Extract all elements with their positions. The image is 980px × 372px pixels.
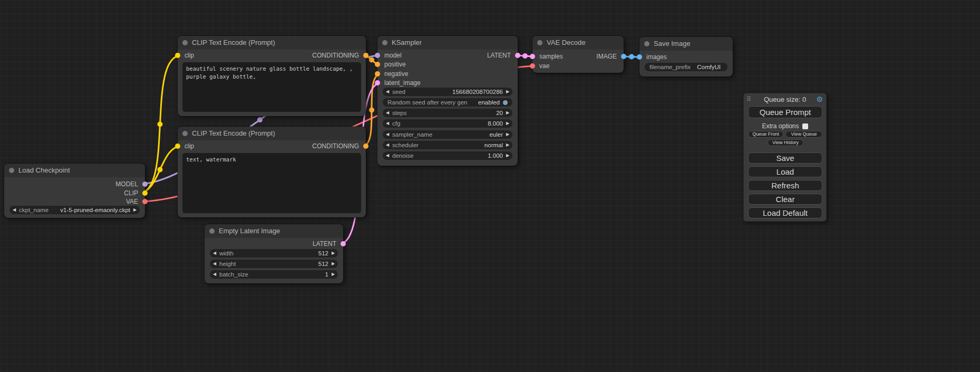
widget-scheduler[interactable]: ◀ scheduler normal ▶ xyxy=(383,141,512,149)
port-positive-input[interactable] xyxy=(375,62,380,67)
node-vae-decode[interactable]: VAE Decode samples vae IMAGE xyxy=(532,36,624,73)
port-samples-input[interactable] xyxy=(530,54,535,59)
increment-icon[interactable]: ▶ xyxy=(328,249,338,257)
port-clip-input[interactable] xyxy=(175,53,180,58)
queue-size-label: Queue size: 0 xyxy=(744,96,826,104)
queue-panel: ⠿ Queue size: 0 ⚙ Queue Prompt Extra opt… xyxy=(743,93,827,222)
save-button[interactable]: Save xyxy=(748,152,822,164)
increment-icon[interactable]: ▶ xyxy=(503,119,512,128)
node-status-dot xyxy=(537,40,542,45)
increment-icon[interactable]: ▶ xyxy=(130,206,140,214)
gear-icon[interactable]: ⚙ xyxy=(816,95,823,103)
decrement-icon[interactable]: ◀ xyxy=(9,206,19,214)
increment-icon[interactable]: ▶ xyxy=(503,109,512,117)
link-midpoint-dot xyxy=(158,167,163,173)
refresh-button[interactable]: Refresh xyxy=(748,180,822,191)
port-vae-output[interactable] xyxy=(142,199,148,204)
input-label-model: model xyxy=(384,52,402,59)
node-title: CLIP Text Encode (Prompt) xyxy=(192,39,275,46)
increment-icon[interactable]: ▶ xyxy=(503,141,512,149)
input-label-negative: negative xyxy=(384,70,408,78)
output-label-clip: CLIP xyxy=(124,189,138,197)
extra-options-label: Extra options xyxy=(762,122,799,130)
output-label-conditioning: CONDITIONING xyxy=(312,52,359,59)
load-button[interactable]: Load xyxy=(748,166,822,177)
decrement-icon[interactable]: ◀ xyxy=(383,130,392,139)
load-default-button[interactable]: Load Default xyxy=(748,207,822,218)
decrement-icon[interactable]: ◀ xyxy=(210,260,219,268)
port-conditioning-output[interactable] xyxy=(363,53,368,58)
clear-button[interactable]: Clear xyxy=(748,194,822,205)
widget-seed[interactable]: ◀ seed 156680208700286 ▶ xyxy=(383,88,512,96)
decrement-icon[interactable]: ◀ xyxy=(383,88,392,96)
view-queue-button[interactable]: View Queue xyxy=(785,131,822,138)
output-label-conditioning: CONDITIONING xyxy=(312,142,359,150)
port-model-output[interactable] xyxy=(142,182,148,187)
queue-front-button[interactable]: Queue Front xyxy=(748,131,783,138)
port-clip-input[interactable] xyxy=(175,144,180,149)
view-history-button[interactable]: View History xyxy=(768,139,803,146)
node-status-dot xyxy=(9,168,14,173)
node-title: KSampler xyxy=(392,39,422,46)
decrement-icon[interactable]: ◀ xyxy=(383,109,392,117)
widget-filename-prefix[interactable]: filename_prefix ComfyUI xyxy=(645,63,727,71)
widget-width[interactable]: ◀ width 512 ▶ xyxy=(210,249,338,257)
increment-icon[interactable]: ▶ xyxy=(503,88,512,96)
decrement-icon[interactable]: ◀ xyxy=(383,141,392,149)
port-images-input[interactable] xyxy=(637,54,642,60)
output-label-model: MODEL xyxy=(115,180,138,188)
port-model-input[interactable] xyxy=(375,53,380,58)
input-label-latent-image: latent_image xyxy=(384,79,421,87)
widget-ckpt-name[interactable]: ◀ ckpt_name v1-5-pruned-emaonly.ckpt ▶ xyxy=(9,206,140,214)
widget-random-seed-toggle[interactable]: Random seed after every gen enabled xyxy=(383,98,512,107)
node-title: VAE Decode xyxy=(547,39,585,46)
node-load-checkpoint[interactable]: Load Checkpoint MODEL CLIP VAE ◀ ckpt_na… xyxy=(4,164,145,218)
queue-prompt-button[interactable]: Queue Prompt xyxy=(748,106,822,118)
widget-denoise[interactable]: ◀ denoise 1.000 ▶ xyxy=(383,151,512,160)
port-clip-output[interactable] xyxy=(142,190,148,196)
port-image-output[interactable] xyxy=(621,54,626,59)
output-label-latent: LATENT xyxy=(313,240,336,247)
link-midpoint-dot xyxy=(369,108,374,113)
node-status-dot xyxy=(182,131,188,136)
port-vae-input[interactable] xyxy=(530,63,535,69)
extra-options-checkbox[interactable] xyxy=(802,123,808,129)
link-midpoint-dot xyxy=(257,117,263,122)
node-title: CLIP Text Encode (Prompt) xyxy=(192,129,275,137)
widget-batch-size[interactable]: ◀ batch_size 1 ▶ xyxy=(210,270,338,279)
increment-icon[interactable]: ▶ xyxy=(503,151,512,160)
increment-icon[interactable]: ▶ xyxy=(328,260,338,268)
decrement-icon[interactable]: ◀ xyxy=(210,249,219,257)
port-latent-output[interactable] xyxy=(341,241,346,246)
decrement-icon[interactable]: ◀ xyxy=(383,151,392,160)
widget-cfg[interactable]: ◀ cfg 8.000 ▶ xyxy=(383,119,512,128)
increment-icon[interactable]: ▶ xyxy=(503,130,512,139)
node-save-image[interactable]: Save Image images filename_prefix ComfyU… xyxy=(639,37,733,77)
link-midpoint-dot xyxy=(158,122,163,127)
toggle-dot[interactable] xyxy=(503,100,508,105)
port-latent-output[interactable] xyxy=(515,53,520,58)
input-label-images: images xyxy=(646,53,667,61)
decrement-icon[interactable]: ◀ xyxy=(210,270,219,279)
increment-icon[interactable]: ▶ xyxy=(328,270,338,279)
node-ksampler[interactable]: KSampler model positive negative latent_… xyxy=(377,36,518,166)
node-clip-text-encode-positive[interactable]: CLIP Text Encode (Prompt) clip CONDITION… xyxy=(178,36,366,116)
node-status-dot xyxy=(644,41,649,46)
widget-steps[interactable]: ◀ steps 20 ▶ xyxy=(383,109,512,117)
decrement-icon[interactable]: ◀ xyxy=(383,119,392,128)
port-latent-image-input[interactable] xyxy=(375,80,380,85)
output-label-latent: LATENT xyxy=(487,52,511,59)
node-empty-latent-image[interactable]: Empty Latent Image LATENT ◀ width 512 ▶ … xyxy=(205,224,343,283)
negative-prompt-text[interactable]: text, watermark xyxy=(182,153,361,213)
node-title: Load Checkpoint xyxy=(18,166,70,174)
node-canvas[interactable]: Load Checkpoint MODEL CLIP VAE ◀ ckpt_na… xyxy=(0,0,980,372)
input-label-vae: vae xyxy=(539,62,549,70)
port-conditioning-output[interactable] xyxy=(363,144,368,149)
port-negative-input[interactable] xyxy=(375,71,380,77)
positive-prompt-text[interactable]: beautiful scenery nature glass bottle la… xyxy=(182,62,361,112)
node-clip-text-encode-negative[interactable]: CLIP Text Encode (Prompt) clip CONDITION… xyxy=(178,127,366,217)
widget-sampler-name[interactable]: ◀ sampler_name euler ▶ xyxy=(383,130,512,139)
link-midpoint-dot xyxy=(522,53,528,59)
output-label-image: IMAGE xyxy=(596,53,617,60)
widget-height[interactable]: ◀ height 512 ▶ xyxy=(210,260,338,268)
